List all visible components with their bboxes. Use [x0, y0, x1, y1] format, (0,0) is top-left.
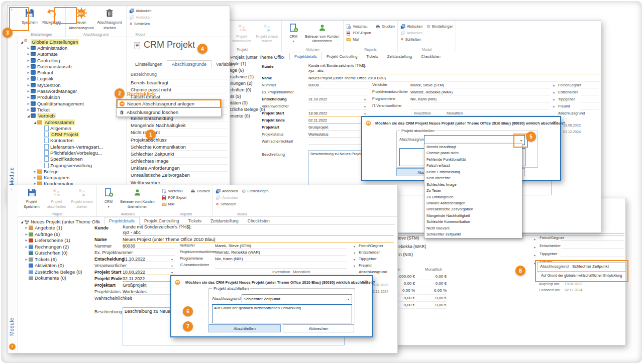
chevron-down-icon[interactable]: ▾ — [534, 254, 535, 257]
tree-item[interactable]: Datenaustausch — [19, 63, 125, 69]
tree-item[interactable]: MyCentron — [19, 82, 125, 88]
dropdown-item[interactable]: Schlechte Kommunikation — [424, 219, 522, 225]
tab[interactable]: Variablen — [211, 61, 239, 68]
dropdown-item[interactable]: Zu Umfangreich — [424, 194, 522, 200]
einstellungen-button[interactable]: ⚙Einstellungen — [426, 23, 453, 30]
list-item[interactable]: Mangelnde Nachhaltigkeit — [131, 122, 228, 129]
abbrechen-button[interactable]: Abbrechen — [283, 324, 354, 332]
tree-item[interactable]: Dokumente (0) — [20, 275, 100, 282]
tree-item[interactable]: Zugangsverwaltung — [19, 162, 125, 168]
chevron-down-icon[interactable]: ▾ — [534, 237, 535, 241]
tree-item[interactable]: Rechnungen (2) — [20, 244, 100, 250]
chevron-down-icon[interactable]: ▾ — [293, 40, 294, 43]
context-menu-delete-item[interactable]: Abschlussgrund löschen — [117, 108, 221, 116]
chevron-down-icon[interactable]: ▾ — [354, 258, 355, 261]
splitter-arrow-icon[interactable]: › — [11, 187, 12, 192]
tree-item[interactable]: Aufträge (6) — [20, 231, 100, 237]
tree-item[interactable]: Einkauf — [19, 69, 125, 75]
list-item[interactable]: Schlechte Kommunikation — [131, 144, 228, 151]
chevron-down-icon[interactable]: ▾ — [354, 264, 355, 268]
dropdown-item[interactable]: Bereits beauftragt — [424, 144, 522, 150]
tree-item[interactable]: Ticket — [19, 106, 125, 112]
splitter-arrow-icon[interactable]: › — [11, 7, 12, 12]
tree-item[interactable]: Kontoarten — [19, 138, 125, 144]
abdocken-button[interactable]: Abdocken — [129, 8, 151, 14]
projekt-abschliessen-button[interactable]: Projekt abschließen — [45, 186, 68, 209]
chevron-down-icon[interactable]: ▾ — [553, 98, 555, 101]
dropdown-item[interactable]: Chemie passt nicht — [424, 150, 522, 156]
betreuer-uebernehmen-button[interactable]: Betreuer vom Kunden übernehmen — [120, 186, 156, 209]
tab[interactable]: Einstellungen — [131, 61, 167, 68]
crm-button[interactable]: CRM▾ — [285, 22, 302, 44]
tree-item[interactable]: Pflichtfelder/Vorbelegu... — [19, 150, 125, 156]
module-strip[interactable]: › Module ‹ — [8, 185, 18, 353]
projekt-abschliessen-button[interactable]: Projekt abschließen — [230, 22, 253, 44]
dropdown-item[interactable]: Schlechter Zeitpunkt — [424, 231, 522, 237]
tab[interactable]: Abschlussgründe — [167, 60, 211, 68]
tree-item[interactable]: Adressstamm — [19, 119, 125, 125]
list-item[interactable]: Schlechter Zeitpunkt — [131, 151, 228, 158]
chevron-down-icon[interactable]: ▾ — [345, 297, 352, 301]
tree-item[interactable]: Vertrieb — [19, 113, 125, 119]
tree-item[interactable]: Aktivitäten (0) — [20, 263, 100, 269]
dropdown-item[interactable]: Kein Interesse — [424, 175, 522, 181]
andocken-button[interactable]: Andocken — [129, 14, 151, 21]
tab[interactable]: Projekt Controlling — [140, 217, 183, 224]
andocken-button[interactable]: Andocken — [216, 194, 238, 201]
list-item[interactable]: Schlechtes Image — [131, 158, 228, 165]
chevron-down-icon[interactable]: ▾ — [553, 91, 555, 94]
tab[interactable]: Projektdetails — [104, 217, 140, 225]
schliessen-button[interactable]: ✕Schließen — [216, 201, 238, 207]
rueckgaengig-button[interactable]: Rückgängig — [41, 7, 62, 25]
chevron-down-icon[interactable]: ▾ — [364, 98, 366, 101]
list-item[interactable]: Unklare Anforderungen — [131, 165, 228, 172]
schliessen-button[interactable]: ✕Schließen — [129, 21, 151, 27]
projekt-speichern-button[interactable]: Projekt Speichern — [21, 186, 43, 209]
tab[interactable]: Zeitdarstellung — [206, 217, 243, 224]
vorschau-button[interactable]: Vorschau — [162, 188, 187, 194]
dropdown-item[interactable]: Zu Teuer — [424, 188, 522, 194]
chevron-down-icon[interactable]: ▾ — [553, 84, 555, 87]
collapse-circle-icon[interactable]: ‹ — [9, 343, 16, 350]
pdf-export-button[interactable]: PDF-Export — [346, 30, 371, 36]
close-icon[interactable]: ✕ — [364, 279, 368, 284]
andocken-button[interactable]: Andocken — [400, 30, 422, 36]
tab[interactable]: Tickets — [362, 53, 382, 60]
tree-item[interactable]: CRM Projekt — [19, 131, 125, 137]
tab[interactable]: Checklisten — [416, 53, 445, 60]
tab[interactable]: Tickets — [183, 217, 206, 224]
betreuer-uebernehmen-button[interactable]: Betreuer vom Kunden übernehmen — [304, 22, 340, 44]
drucken-button[interactable]: Drucken — [375, 23, 395, 30]
tab[interactable]: Zeitdarstellung — [383, 53, 416, 60]
einstellungen-button[interactable]: ⚙Einstellungen — [242, 188, 268, 194]
reason-note-textarea[interactable]: Auf Grund der globalen wirtschaftlichen … — [212, 304, 352, 323]
dropdown-item[interactable]: Falsch erfasst — [424, 163, 522, 169]
tree-item[interactable]: Logistik — [19, 76, 125, 82]
chevron-down-icon[interactable]: ▾ — [108, 205, 110, 208]
tab[interactable]: Checklisten — [243, 217, 274, 224]
tree-item[interactable]: Zusätzliche Belege (0) — [20, 269, 100, 275]
context-menu-new-item[interactable]: Neuen Abschlussgrund anlegen — [117, 99, 221, 108]
neuen-abschlussgrund-button[interactable]: NEU Neuen Abschlussgrund — [69, 7, 94, 31]
tab[interactable]: Projektdetails — [289, 53, 322, 60]
tree-item[interactable]: Globale Einstellungen — [19, 39, 125, 45]
tree-item[interactable]: Tickets (5) — [20, 256, 100, 263]
chevron-down-icon[interactable]: ▾ — [553, 105, 555, 108]
dropdown-item[interactable]: Unrealistische Zeitvorgaben — [424, 206, 522, 212]
chevron-down-icon[interactable]: ▾ — [171, 258, 173, 261]
abdocken-button[interactable]: Abdocken — [216, 188, 238, 194]
chevron-down-icon[interactable]: ▾ — [354, 245, 355, 248]
tree-item[interactable]: Spezifikationen — [19, 156, 125, 162]
chevron-down-icon[interactable]: ▾ — [354, 251, 355, 255]
tree-item[interactable]: PasswordManager — [19, 88, 125, 94]
dropdown-item[interactable]: Schlechtes Image — [424, 182, 522, 188]
abschlussgrund-loeschen-button[interactable]: Abschlussgrund löschen — [96, 7, 123, 31]
projekt-erneut-starten-button[interactable]: Projekt erneut starten — [255, 22, 278, 44]
mail-button[interactable]: Mail — [162, 201, 187, 207]
crm-button[interactable]: CRM▾ — [100, 186, 117, 209]
tree-item[interactable]: Administration — [19, 45, 125, 51]
pdf-export-button[interactable]: PDF-Export — [162, 194, 187, 201]
tab[interactable]: Projekt Controlling — [322, 53, 362, 60]
chevron-down-icon[interactable]: ▾ — [171, 264, 173, 268]
list-item[interactable]: Nicht relevant — [131, 129, 228, 136]
